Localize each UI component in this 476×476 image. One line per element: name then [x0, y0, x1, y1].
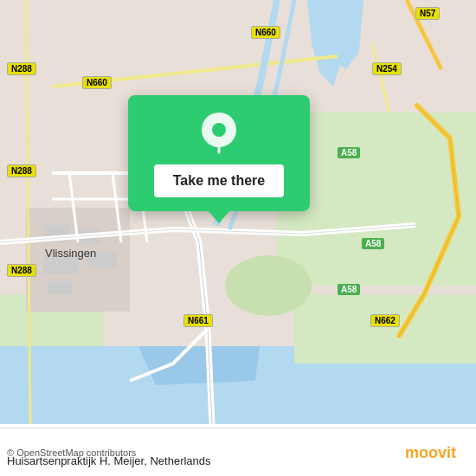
road-label-n288b: N288	[7, 164, 36, 177]
city-label-vlissingen: Vlissingen	[45, 247, 96, 260]
map-background	[0, 0, 476, 424]
popup-card: Take me there	[128, 95, 310, 211]
road-label-n662: N662	[370, 314, 400, 327]
svg-point-13	[212, 123, 226, 137]
road-label-n661: N661	[183, 314, 213, 327]
road-label-a58c: A58	[338, 284, 360, 295]
road-label-n660a: N660	[251, 26, 280, 39]
road-label-n254: N254	[372, 62, 402, 75]
map-container: N57 N660 N660 N288 N288 N288 N254 A58 A5…	[0, 0, 476, 476]
svg-point-5	[225, 255, 312, 316]
road-label-n57: N57	[415, 7, 440, 20]
svg-rect-3	[294, 294, 476, 363]
road-label-a58b: A58	[362, 238, 384, 249]
location-pin-icon	[196, 109, 242, 156]
road-label-n660b: N660	[82, 76, 112, 89]
take-me-there-button[interactable]: Take me there	[154, 164, 284, 197]
moovit-icon: moovit	[405, 441, 466, 465]
road-label-n288a: N288	[7, 62, 36, 75]
bottom-bar: © OpenStreetMap contributors moovit	[0, 428, 476, 476]
location-name: Huisartsenpraktijk H. Meijer, Netherland…	[7, 454, 211, 467]
road-label-n288c: N288	[7, 264, 36, 277]
moovit-logo: moovit	[405, 441, 466, 465]
svg-text:moovit: moovit	[405, 444, 456, 461]
road-label-a58a: A58	[338, 147, 360, 158]
svg-rect-11	[48, 281, 72, 294]
